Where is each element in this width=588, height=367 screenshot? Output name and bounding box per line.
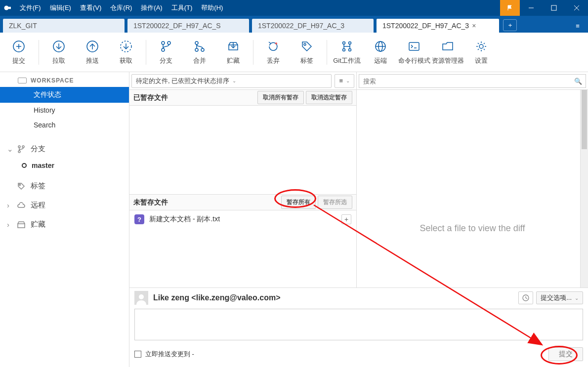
tabs-menu-icon[interactable]: ≡	[570, 19, 585, 33]
svg-point-23	[304, 43, 306, 45]
toolbar: 提交 拉取 推送 获取 分支 合并 贮藏 丢弃 标签 Git工作流 远端 命令行…	[0, 33, 588, 72]
commit-options-dropdown[interactable]: 提交选项... ⌄	[536, 291, 583, 304]
menu-edit[interactable]: 编辑(E)	[50, 3, 71, 12]
section-stashes[interactable]: › 贮藏	[0, 215, 129, 234]
history-button[interactable]	[518, 291, 533, 304]
tab-label: ZLK_GIT	[9, 22, 37, 30]
globe-icon	[374, 40, 387, 53]
chevron-down-icon: ⌄	[346, 78, 350, 83]
stash-button[interactable]: 贮藏	[216, 34, 250, 71]
plus-circle-icon	[12, 40, 26, 53]
svg-point-25	[343, 48, 345, 51]
gear-icon	[474, 40, 488, 53]
close-button[interactable]	[565, 0, 588, 16]
tab-label: 1ST200022_DF_H97_AC_3	[258, 22, 344, 30]
svg-rect-3	[551, 5, 556, 10]
menu-action[interactable]: 操作(A)	[141, 3, 162, 12]
stage-all-button[interactable]: 暂存所有	[281, 196, 316, 209]
clock-icon	[522, 294, 530, 302]
avatar-icon	[134, 291, 148, 305]
push-button[interactable]: 推送	[76, 34, 109, 71]
fetch-icon	[119, 40, 133, 53]
sidebar-item-search[interactable]: Search	[0, 118, 129, 132]
section-tags[interactable]: 标签	[0, 176, 129, 196]
sort-dropdown[interactable]: 待定的文件, 已依照文件状态排序 ⌄	[131, 74, 332, 88]
branch-master[interactable]: master	[0, 159, 129, 172]
repo-tab[interactable]: 1ST200022_DF_H97_AC_3	[252, 19, 374, 33]
commit-button[interactable]: 提交	[548, 347, 583, 361]
list-icon: ≡	[339, 77, 343, 84]
push-immediately-label: 立即推送变更到 -	[145, 350, 194, 359]
tab-label: 1ST200022_DF_H97_AC_3	[382, 22, 469, 30]
titlebar: 文件(F) 编辑(E) 查看(V) 仓库(R) 操作(A) 工具(T) 帮助(H…	[0, 0, 588, 16]
search-input[interactable]	[359, 74, 586, 88]
section-branches[interactable]: ⌄ 分支	[0, 139, 129, 159]
tag-icon	[300, 40, 314, 53]
scrollbar-thumb[interactable]	[582, 90, 587, 149]
merge-icon	[193, 40, 207, 53]
push-immediately-checkbox[interactable]	[134, 351, 141, 358]
repo-tabs-bar: ZLK_GIT 1ST200022_DF_H97_AC_S 1ST200022_…	[0, 16, 588, 33]
commit-message-input[interactable]	[134, 309, 583, 340]
menu-view[interactable]: 查看(V)	[80, 3, 101, 12]
terminal-button[interactable]: 命令行模式	[397, 34, 431, 71]
fetch-button[interactable]: 获取	[109, 34, 143, 71]
gitflow-button[interactable]: Git工作流	[330, 34, 364, 71]
svg-point-16	[162, 48, 165, 51]
svg-point-37	[19, 184, 21, 185]
commit-panel: Like zeng <like.zeng@valeo.com> 提交选项... …	[129, 287, 588, 367]
settings-button[interactable]: 设置	[464, 34, 498, 71]
stage-file-button[interactable]: +	[341, 214, 351, 224]
svg-point-27	[349, 48, 351, 51]
repo-tab[interactable]: 1ST200022_DF_H97_AC_S	[127, 19, 249, 33]
remote-button[interactable]: 远端	[364, 34, 397, 71]
commit-button[interactable]: 提交	[2, 34, 36, 71]
arrow-down-circle-icon	[52, 40, 66, 53]
stage-selected-button[interactable]: 暂存所选	[318, 196, 352, 209]
sidebar: WORKSPACE 文件状态 History Search ⌄ 分支 maste…	[0, 72, 129, 367]
window-controls	[500, 0, 588, 16]
svg-point-35	[18, 151, 20, 153]
tag-button[interactable]: 标签	[290, 34, 324, 71]
svg-point-22	[275, 42, 277, 44]
menu-help[interactable]: 帮助(H)	[201, 3, 223, 12]
menu-file[interactable]: 文件(F)	[20, 3, 41, 12]
menu-tools[interactable]: 工具(T)	[171, 3, 193, 12]
merge-button[interactable]: 合并	[183, 34, 216, 71]
repo-tab[interactable]: ZLK_GIT	[3, 19, 125, 33]
stash-icon	[17, 220, 26, 229]
tab-close-icon[interactable]: ×	[472, 22, 476, 30]
branch-button[interactable]: 分支	[149, 34, 183, 71]
cloud-icon	[17, 201, 26, 210]
discard-icon	[266, 40, 280, 53]
chevron-right-icon: ›	[7, 201, 12, 209]
folder-icon	[441, 40, 455, 53]
terminal-icon	[407, 40, 421, 53]
file-row[interactable]: ? 新建文本文档 - 副本.txt +	[129, 210, 356, 228]
new-tab-button[interactable]: ＋	[503, 19, 517, 31]
pull-button[interactable]: 拉取	[42, 34, 76, 71]
svg-point-33	[479, 44, 483, 48]
menu-repo[interactable]: 仓库(R)	[110, 3, 132, 12]
commit-author: Like zeng <like.zeng@valeo.com>	[153, 293, 280, 302]
svg-point-19	[195, 48, 198, 51]
unstage-all-button[interactable]: 取消所有暂存	[257, 91, 304, 104]
section-remotes[interactable]: › 远程	[0, 196, 129, 215]
staged-files-list	[129, 106, 356, 195]
sidebar-item-history[interactable]: History	[0, 103, 129, 118]
minimize-button[interactable]	[520, 0, 543, 16]
monitor-icon	[18, 78, 27, 83]
arrow-up-circle-icon	[85, 40, 99, 53]
svg-rect-31	[409, 42, 419, 50]
maximize-button[interactable]	[543, 0, 565, 16]
view-mode-dropdown[interactable]: ≡ ⌄	[335, 74, 354, 88]
branch-icon	[17, 145, 26, 154]
unstage-selected-button[interactable]: 取消选定暂存	[306, 91, 352, 104]
discard-button[interactable]: 丢弃	[256, 34, 290, 71]
svg-point-24	[343, 41, 345, 44]
explorer-button[interactable]: 资源管理器	[431, 34, 464, 71]
repo-tab-active[interactable]: 1ST200022_DF_H97_AC_3×	[377, 19, 499, 33]
sidebar-item-filestatus[interactable]: 文件状态	[0, 87, 129, 103]
app-icon	[0, 0, 16, 16]
notification-flag-icon[interactable]	[500, 0, 520, 16]
